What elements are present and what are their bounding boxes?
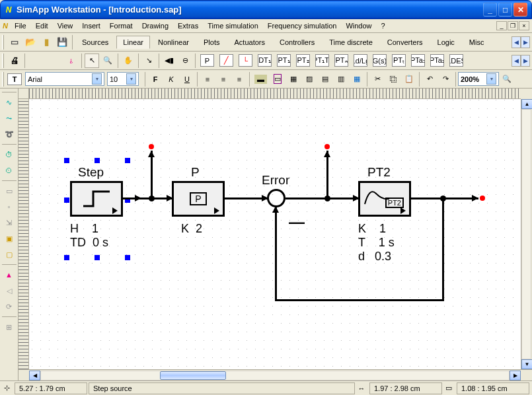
copy-button[interactable]: ⿻ <box>386 72 400 87</box>
mdi-minimize[interactable]: _ <box>496 21 507 30</box>
undo-button[interactable]: ↶ <box>422 72 437 87</box>
palette-DT1[interactable]: DT₁ <box>256 54 274 68</box>
left-misc[interactable]: ⊞ <box>2 320 17 334</box>
palette-scroll-left[interactable]: ◀ <box>512 55 521 67</box>
palette-PT1T2[interactable]: PT₁T₂ <box>313 54 331 68</box>
tab-time-discrete[interactable]: Time discrete <box>323 36 379 49</box>
align-left[interactable]: ≡ <box>200 72 215 87</box>
align-right[interactable]: ≡ <box>232 72 247 87</box>
menu-view[interactable]: View <box>53 20 78 31</box>
open-button[interactable]: 📂 <box>23 35 38 50</box>
pattern1[interactable]: ▦ <box>286 72 301 87</box>
error-sum[interactable] <box>267 189 285 207</box>
menu-drawing[interactable]: Drawing <box>137 20 173 31</box>
menu-edit[interactable]: Edit <box>31 20 53 31</box>
menu-help[interactable]: ? <box>377 20 390 31</box>
left-ungroup[interactable]: ▫ <box>2 199 17 214</box>
pt2-block[interactable]: PT2 <box>358 181 411 217</box>
paste-button[interactable]: 📋 <box>402 72 416 87</box>
left-hierarchy[interactable]: ⇲ <box>2 215 17 230</box>
zoom-tool[interactable]: 🔍 <box>100 54 115 68</box>
pan-tool[interactable]: ✋ <box>121 54 135 68</box>
new-button[interactable]: ▭ <box>7 35 22 50</box>
tabs-scroll-right[interactable]: ▶ <box>521 36 530 48</box>
fill-color[interactable]: ▬ <box>252 72 269 87</box>
palette-PT1[interactable]: PT₁ <box>275 54 293 68</box>
zoom-in-button[interactable]: 🔍 <box>500 72 514 87</box>
left-back[interactable]: ▢ <box>2 247 17 262</box>
tab-misc[interactable]: Misc <box>463 36 491 49</box>
scrollbar-vertical[interactable]: ▲▼ <box>521 99 532 369</box>
palette-Gs[interactable]: G(s) <box>371 54 389 68</box>
italic-button[interactable]: K <box>164 72 178 87</box>
palette-PTa1[interactable]: PTa₁ <box>409 54 427 68</box>
left-flip-v[interactable]: ▲ <box>2 268 17 282</box>
probe-tool[interactable]: ⫰ <box>64 54 79 68</box>
redo-button[interactable]: ↷ <box>438 72 453 87</box>
left-spiral-tool[interactable]: ➰ <box>2 127 17 141</box>
cut-button[interactable]: ✂ <box>370 72 385 87</box>
left-arc-tool[interactable]: ⤳ <box>2 111 17 126</box>
left-flip-h[interactable]: ◁ <box>2 283 17 298</box>
draw-line-tool[interactable]: ↘ <box>141 54 156 68</box>
folder-button[interactable]: ▮ <box>39 35 54 50</box>
left-group[interactable]: ▭ <box>2 184 17 198</box>
menu-format[interactable]: Format <box>105 20 137 31</box>
pattern4[interactable]: ▥ <box>334 72 348 87</box>
close-button[interactable]: ✕ <box>513 3 527 17</box>
menu-insert[interactable]: Insert <box>77 20 105 31</box>
palette-D[interactable]: └ <box>237 54 254 68</box>
tab-plots[interactable]: Plots <box>197 36 226 49</box>
palette-PTt[interactable]: PTₜ <box>390 54 408 68</box>
pattern3[interactable]: ▤ <box>318 72 332 87</box>
palette-PTn[interactable]: PTₙ <box>332 54 350 68</box>
pattern2[interactable]: ▨ <box>302 72 317 87</box>
left-front[interactable]: ▣ <box>2 231 17 246</box>
menu-freq-sim[interactable]: Frequency simulation <box>263 20 342 31</box>
tab-nonlinear[interactable]: Nonlinear <box>151 36 196 49</box>
left-freq-tool[interactable]: ⏲ <box>2 163 17 178</box>
font-size-combo[interactable]: 10▾ <box>107 72 139 86</box>
p-block[interactable]: P <box>172 181 225 217</box>
palette-I[interactable]: ╱ <box>217 54 235 68</box>
palette-PT2[interactable]: PT₂ <box>294 54 312 68</box>
save-button[interactable]: 💾 <box>55 35 69 50</box>
scrollbar-horizontal[interactable]: ◀▶ <box>19 369 532 380</box>
step-block[interactable] <box>70 181 123 217</box>
canvas[interactable]: Step H 1 TD 0 s <box>29 99 521 369</box>
left-curve-tool[interactable]: ∿ <box>2 95 17 110</box>
menu-extras[interactable]: Extras <box>173 20 203 31</box>
font-name-combo[interactable]: Arial▾ <box>25 72 104 86</box>
bold-button[interactable]: F <box>148 72 163 87</box>
left-time-tool[interactable]: ⏱ <box>2 147 17 162</box>
sum-tool[interactable]: ⊖ <box>178 54 192 68</box>
menu-window[interactable]: Window <box>341 20 376 31</box>
tabs-scroll-left[interactable]: ◀ <box>512 36 521 48</box>
pointer-tool[interactable]: ↖ <box>85 54 99 68</box>
mdi-restore[interactable]: ❐ <box>508 21 518 30</box>
flip-tool[interactable]: ◀▮ <box>162 54 176 68</box>
tab-actuators[interactable]: Actuators <box>228 36 272 49</box>
palette-P[interactable]: P <box>198 54 216 68</box>
print-button[interactable]: 🖨 <box>7 54 22 68</box>
menu-time-sim[interactable]: Time simulation <box>203 20 263 31</box>
tab-logic[interactable]: Logic <box>431 36 461 49</box>
mdi-close[interactable]: × <box>519 21 529 30</box>
grid-toggle[interactable]: ▦ <box>350 72 364 87</box>
underline-button[interactable]: U <box>180 72 194 87</box>
minimize-button[interactable]: _ <box>483 3 497 17</box>
tab-converters[interactable]: Converters <box>381 36 430 49</box>
palette-scroll-right[interactable]: ▶ <box>521 55 530 67</box>
palette-LdLg[interactable]: Ld/Lg <box>352 54 369 68</box>
maximize-button[interactable]: □ <box>498 3 512 17</box>
zoom-combo[interactable]: 200%▾ <box>458 72 499 86</box>
text-tool[interactable]: T <box>7 73 22 85</box>
tab-controllers[interactable]: Controllers <box>273 36 321 49</box>
left-rotate[interactable]: ⟳ <box>2 299 17 314</box>
menu-file[interactable]: File <box>10 20 31 31</box>
line-color[interactable]: ▭ <box>270 72 285 87</box>
palette-LDES[interactable]: LDES <box>447 54 465 68</box>
tab-linear[interactable]: Linear <box>116 36 150 49</box>
tab-sources[interactable]: Sources <box>75 36 115 49</box>
palette-PTa2[interactable]: PTa₂ <box>428 54 446 68</box>
